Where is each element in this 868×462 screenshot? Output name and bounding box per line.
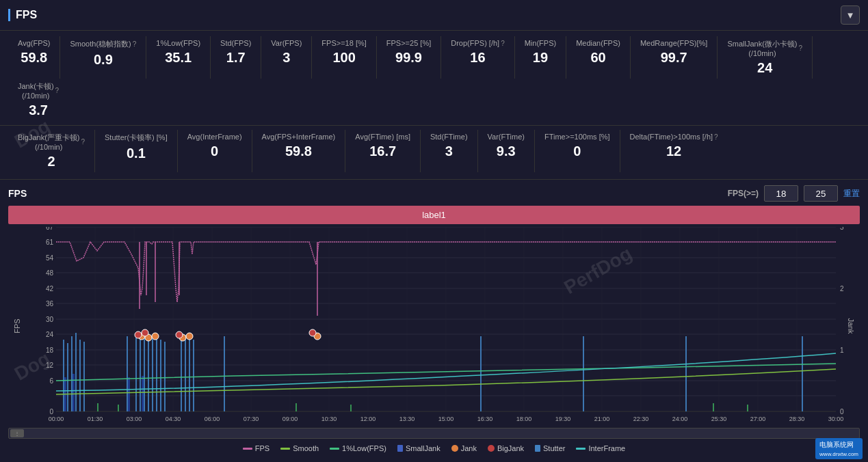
metric-fps18: FPS>=18 [%] 100 [312, 36, 376, 79]
svg-rect-80 [148, 335, 149, 411]
help-icon-drop[interactable]: ? [501, 40, 505, 47]
svg-rect-102 [713, 403, 714, 411]
svg-rect-70 [63, 340, 64, 411]
legend-smooth-label: Smooth [293, 444, 319, 452]
svg-rect-100 [295, 403, 297, 411]
help-icon-delta[interactable]: ? [714, 133, 718, 141]
svg-rect-75 [83, 342, 85, 411]
metric-avg-ftime-label: Avg(FTime) [ms] [355, 133, 410, 141]
metric-fps25: FPS>=25 [%] 99.9 [377, 36, 441, 79]
svg-text:13:30: 13:30 [399, 416, 415, 422]
legend-fps: FPS [243, 444, 269, 452]
legend-stutter-label: Stutter [543, 444, 565, 452]
metric-delta-ftime: Delta(FTime)>100ms [/h] ? 12 [620, 130, 728, 172]
svg-text:18:00: 18:00 [516, 416, 532, 422]
legend-1plow-color [330, 448, 339, 450]
svg-rect-89 [224, 336, 225, 411]
scrollbar-handle-icon: ⋮ [14, 431, 20, 437]
scrollbar-handle[interactable]: ⋮ [10, 429, 24, 437]
svg-text:07:30: 07:30 [244, 416, 259, 422]
svg-rect-91 [583, 336, 584, 411]
svg-text:09:00: 09:00 [282, 416, 298, 422]
svg-text:21:00: 21:00 [594, 416, 610, 422]
metric-drop: Drop(FPS) [/h] ? 16 [441, 36, 514, 79]
svg-text:27:00: 27:00 [750, 416, 766, 422]
svg-text:03:00: 03:00 [127, 416, 142, 422]
svg-rect-96 [128, 377, 130, 411]
svg-text:61: 61 [46, 239, 54, 246]
metric-ftime100-label: FTime>=100ms [%] [544, 133, 610, 141]
svg-rect-77 [135, 335, 137, 411]
svg-rect-71 [67, 343, 68, 411]
metric-var-value: 3 [282, 50, 290, 66]
legend-1plow-label: 1%Low(FPS) [342, 444, 386, 452]
chart-scrollbar[interactable]: ⋮ [8, 428, 860, 439]
metric-bigjank-value: 2 [47, 154, 55, 169]
metric-median-value: 60 [590, 50, 605, 66]
metric-jank-label: Jank(卡顿)(/10min) ? [18, 81, 59, 100]
metric-avg-interframe-label: Avg(InterFrame) [187, 133, 242, 141]
metric-jank-value: 3.7 [29, 103, 48, 118]
legend-jank-label: Jank [461, 444, 477, 452]
svg-text:3: 3 [840, 227, 844, 231]
svg-text:48: 48 [46, 269, 54, 277]
legend-interframe: InterFrame [576, 444, 625, 452]
svg-point-110 [135, 331, 142, 338]
legend-smalljank-color [397, 445, 403, 452]
svg-rect-88 [193, 340, 194, 411]
help-icon-jank[interactable]: ? [55, 87, 60, 94]
metric-var-ftime-label: Var(FTime) [488, 133, 525, 141]
chart-wrapper: FPS Jank [29, 227, 839, 425]
metric-avg-ftime: Avg(FTime) [ms] 16.7 [345, 130, 421, 172]
help-icon-smalljank[interactable]: ? [798, 44, 802, 52]
help-icon-smooth[interactable]: ? [133, 40, 137, 48]
metric-delta-ftime-value: 12 [666, 144, 681, 159]
metric-stutter-value: 0.1 [127, 146, 146, 161]
bottom-logo: 电脑系统网www.dnxtw.com [815, 438, 863, 459]
svg-text:16:30: 16:30 [477, 416, 493, 422]
reset-button[interactable]: 重置 [843, 188, 860, 200]
svg-point-108 [186, 333, 193, 340]
svg-rect-72 [71, 336, 73, 411]
metrics-row-1: Avg(FPS) 59.8 Smooth(稳帧指数) ? 0.9 1%Low(F… [0, 31, 868, 124]
svg-rect-83 [160, 340, 161, 411]
chevron-down-icon: ▼ [845, 10, 854, 21]
fps-threshold-1-input[interactable] [764, 185, 798, 202]
metric-fps25-label: FPS>=25 [%] [386, 39, 431, 47]
y-axis-left-label: FPS [13, 318, 21, 333]
svg-text:2: 2 [840, 285, 844, 293]
metric-min: Min(FPS) 19 [515, 36, 566, 79]
metric-min-value: 19 [533, 50, 548, 66]
svg-rect-86 [185, 335, 186, 411]
metric-avg-fps-inter-value: 59.8 [285, 144, 312, 159]
svg-text:06:00: 06:00 [205, 416, 220, 422]
metric-std-ftime-label: Std(FTime) [430, 133, 468, 141]
svg-text:42: 42 [46, 285, 54, 293]
dropdown-button[interactable]: ▼ [841, 5, 860, 25]
svg-text:10:30: 10:30 [321, 416, 337, 422]
svg-point-112 [176, 331, 183, 338]
fps-chart-svg: 67 61 54 48 42 36 30 24 18 12 6 0 3 2 1 [29, 227, 850, 425]
svg-rect-103 [747, 405, 748, 411]
svg-rect-85 [181, 336, 182, 411]
help-icon-bigjank[interactable]: ? [81, 138, 85, 146]
fps-threshold-2-input[interactable] [804, 185, 838, 202]
legend-bigjank-color [488, 445, 495, 452]
metric-var-label: Var(FPS) [271, 39, 302, 47]
metric-stutter-label: Stutter(卡顿率) [%] [105, 133, 168, 143]
svg-text:22:30: 22:30 [633, 416, 649, 422]
metric-fps18-value: 100 [332, 50, 355, 66]
svg-text:00:00: 00:00 [49, 416, 64, 422]
metric-median-label: Median(FPS) [576, 39, 620, 47]
metric-std-value: 1.7 [226, 50, 246, 66]
svg-rect-73 [75, 333, 77, 411]
metric-fps25-value: 99.9 [395, 50, 422, 66]
svg-text:24:00: 24:00 [672, 416, 688, 422]
svg-text:30:00: 30:00 [828, 416, 844, 422]
legend-fps-color [243, 448, 252, 450]
metric-smalljank-value: 24 [757, 60, 772, 76]
metric-drop-label: Drop(FPS) [/h] ? [451, 39, 504, 47]
svg-text:01:30: 01:30 [88, 416, 103, 422]
svg-point-113 [309, 329, 316, 336]
legend-interframe-label: InterFrame [588, 444, 625, 452]
